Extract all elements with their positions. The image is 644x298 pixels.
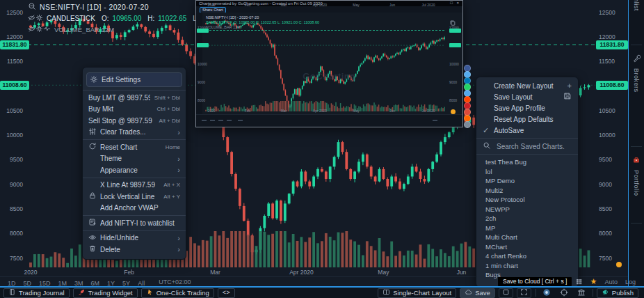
menu-item-x-line-at-9897-59[interactable]: X Line At 9897.59Alt + X (83, 180, 186, 191)
chart-context-menu: Edit SettingsBuy LMT @ 9897.59Shift + Db… (82, 67, 186, 260)
saved-chart-item[interactable]: lol (476, 167, 578, 177)
menu-item-reset-chart[interactable]: Reset ChartHome (83, 141, 186, 153)
price-tick: 8000 (0, 230, 23, 237)
price-tick: 12500 (0, 9, 23, 16)
saved-chart-item[interactable]: NEWPP (476, 205, 578, 214)
price-tick: 10000 (0, 132, 23, 139)
columns-button[interactable] (574, 289, 588, 297)
saved-chart-item[interactable]: Multi Chart (476, 233, 578, 242)
menu-item-reset-app-defaults[interactable]: Reset App Defaults (476, 113, 578, 125)
symbol-title: NSE:NIFTY-I [1D] - 2020-07-20 (40, 3, 149, 11)
cloud-icon (465, 288, 472, 297)
preview-price-tick: 9000 (198, 80, 205, 84)
side-tab-portfolio[interactable]: Portfolio (629, 155, 644, 196)
menu-item-clear-trades[interactable]: Clear Trades...› (83, 127, 186, 139)
preview-bottombar (196, 114, 462, 127)
volume-row: VOLUME_BAR 12M (28, 25, 114, 34)
menu-item-hide-unhide[interactable]: Hide/Unhide› (83, 233, 186, 244)
side-tab-watchlist[interactable]: Watchlist (629, 0, 644, 11)
menu-item-buy-lmt-9897-59[interactable]: Buy LMT @ 9897.59Shift + Dbl (83, 92, 186, 104)
saved-chart-item[interactable]: 4 chart Renko (476, 251, 578, 261)
search-icon (483, 141, 491, 151)
log-scale-toggle[interactable]: Log (625, 279, 636, 285)
menu-item-add-anchor-vwap[interactable]: Add Anchor VWAP (83, 203, 186, 214)
menu-item-sell-stop-9897-59[interactable]: Sell Stop @ 9897.59Alt + Dbl (83, 115, 186, 127)
preview-volume: VOLUME_BAR 12M (206, 25, 241, 29)
code-editor-button[interactable]: <> (218, 288, 235, 298)
menu-item-save-layout[interactable]: Save Layout (476, 91, 578, 102)
price-tick: 10500 (599, 107, 627, 114)
menu-item-label: Reset Chart (100, 143, 161, 151)
menu-item-label: Create New Layout (494, 82, 554, 90)
zoom-out-icon[interactable] (28, 2, 36, 12)
plus-icon: + (567, 82, 572, 90)
side-tabstrip: WatchlistBrokersPortfolio (629, 0, 644, 286)
saved-chart-item[interactable]: Multi2 (476, 186, 578, 196)
preview-date-bottom: 2020 (207, 109, 215, 113)
saved-chart-item[interactable]: MP Demo (476, 176, 578, 186)
menu-item-label: Add NIFTY-I to watchlist (100, 219, 180, 227)
star-icon[interactable]: ★ (590, 278, 597, 285)
preview-symbol-title: NSE:NIFTY-I [1D] - 2020-07-20 (206, 15, 259, 19)
axis-settings: ★ Auto Log (575, 277, 636, 286)
preview-date-top: Feb (245, 3, 251, 7)
preview-price-tick: 10000 (198, 62, 207, 66)
menu-item-label: Theme (100, 155, 173, 162)
trading-journal-button[interactable]: Trading Journal (3, 288, 70, 298)
saved-chart-item[interactable]: 2ch (476, 214, 578, 224)
single-chart-layout-button[interactable]: Single-Chart Layout (378, 288, 456, 298)
chevron-right-icon: › (177, 245, 180, 253)
divider (631, 45, 642, 45)
side-tab-brokers[interactable]: Brokers (629, 53, 644, 93)
auto-scale-toggle[interactable]: Auto (604, 279, 618, 285)
menu-item-delete[interactable]: Delete› (83, 244, 186, 256)
price-tick: 11500 (599, 58, 627, 65)
saved-chart-item[interactable]: test Thea Bug (476, 157, 578, 167)
volume-controls[interactable] (28, 25, 51, 34)
camera-button[interactable] (540, 289, 554, 297)
menu-item-label: Sell Stop @ 9897.59 (88, 117, 155, 125)
menu-item-lock-vertical-line[interactable]: Lock Vertical LineAlt + Y (83, 191, 186, 203)
copy-icon[interactable] (449, 16, 456, 29)
shortcut-hint: Shift + Dbl (154, 95, 180, 101)
time-tick: Mar (210, 269, 220, 276)
price-tick: 8500 (0, 205, 23, 212)
menu-item-label: Appearance (100, 166, 173, 174)
preview-price-tick: 10000 (449, 62, 459, 66)
expand-button[interactable] (517, 288, 531, 298)
open-value: 10965.00 (113, 15, 142, 22)
menu-item-appearance[interactable]: Appearance› (83, 164, 186, 176)
price-tick: 7500 (599, 255, 627, 262)
saved-chart-item[interactable]: MP (476, 224, 578, 233)
square-button[interactable] (499, 288, 513, 298)
layout-grid-icon (383, 288, 390, 297)
saved-chart-item[interactable]: MChart (476, 242, 578, 252)
series-controls[interactable] (28, 14, 43, 23)
save-button[interactable]: Save (460, 288, 495, 298)
reset-icon (88, 142, 97, 152)
saved-chart-item[interactable]: 1 min chart (476, 261, 578, 271)
saved-charts-search[interactable]: Search Saved Charts. (476, 138, 578, 155)
menu-item-label: Save App Profile (494, 104, 545, 112)
menu-item-add-nifty-i-to-watchlist[interactable]: Add NIFTY-I to watchlist (83, 217, 186, 229)
email-share-icon[interactable] (464, 121, 471, 128)
trading-widget-button[interactable]: Trading Widget (73, 288, 138, 298)
grid-icon[interactable] (575, 275, 583, 288)
timezone-label[interactable]: UTC+02:00 (159, 279, 191, 285)
menu-item-theme[interactable]: Theme› (83, 153, 186, 165)
target-button[interactable] (557, 289, 571, 297)
preview-price-badge (449, 29, 461, 33)
one-click-trading-button[interactable]: One-Click Trading (141, 288, 214, 298)
shortcut-hint: Alt + Dbl (159, 118, 180, 124)
menu-item-label: AutoSave (494, 127, 524, 134)
menu-item-save-app-profile[interactable]: Save App Profile (476, 102, 578, 113)
menu-item-edit-settings[interactable]: Edit Settings (86, 72, 182, 87)
copy-icon (449, 17, 456, 29)
menu-item-buy-mkt[interactable]: Buy MktCtrl + Dbl (83, 104, 186, 116)
publish-button[interactable]: Publish (597, 288, 638, 298)
gear-icon (90, 75, 98, 85)
menu-item-create-new-layout[interactable]: Create New Layout+ (476, 80, 578, 91)
menu-item-autosave[interactable]: ✓AutoSave (476, 125, 578, 136)
eye-off-icon (28, 14, 35, 23)
saved-chart-item[interactable]: New Protocol (476, 195, 578, 205)
